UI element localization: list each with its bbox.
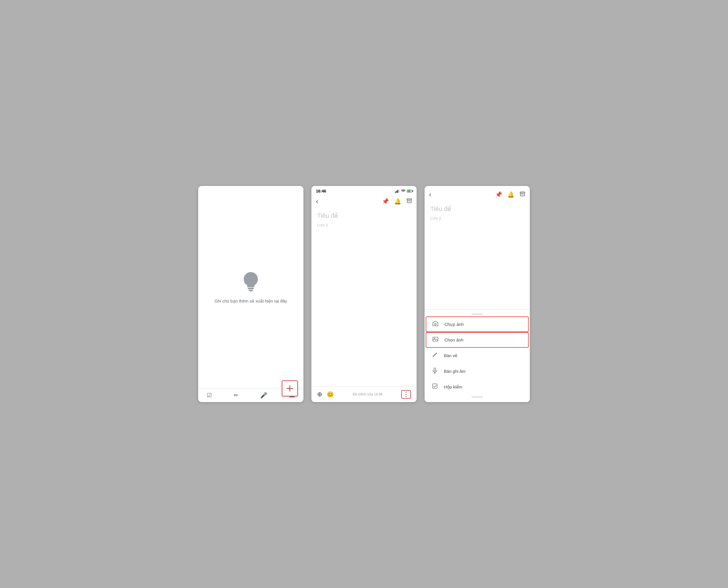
status-time: 16:46 bbox=[316, 189, 326, 193]
screen3-bell-icon[interactable]: 🔔 bbox=[507, 191, 515, 198]
bell-icon[interactable]: 🔔 bbox=[394, 198, 401, 205]
svg-rect-9 bbox=[407, 199, 412, 200]
checkbox-menu-icon bbox=[431, 383, 438, 391]
status-bar: 16:46 bbox=[311, 186, 417, 195]
screen3-pin-icon[interactable]: 📌 bbox=[495, 191, 502, 198]
battery-icon bbox=[407, 190, 412, 192]
menu-item-ban-ve[interactable]: Bàn vẽ bbox=[424, 348, 530, 363]
menu-label-ban-ve: Bàn vẽ bbox=[444, 353, 457, 358]
drag-handle bbox=[472, 314, 483, 315]
add-icon[interactable]: ⊕ bbox=[317, 391, 322, 398]
fab-button[interactable] bbox=[282, 380, 298, 396]
menu-item-ban-ghi-am[interactable]: Bàn ghi âm bbox=[424, 363, 530, 379]
wifi-icon bbox=[401, 189, 405, 193]
screen1: Ghi chú bạn thêm sẽ xuất hiện tại đây ☑ … bbox=[198, 186, 304, 402]
svg-rect-6 bbox=[396, 191, 397, 193]
mic-icon[interactable]: 🎤 bbox=[260, 392, 267, 399]
svg-rect-10 bbox=[520, 192, 525, 193]
camera-icon bbox=[432, 320, 439, 328]
menu-item-chon-anh[interactable]: Chọn ảnh bbox=[426, 332, 529, 348]
svg-rect-14 bbox=[434, 368, 436, 371]
archive-icon[interactable] bbox=[407, 198, 412, 205]
screen2-body: Tiêu đề Lưu ý bbox=[311, 208, 417, 386]
record-icon bbox=[431, 368, 438, 375]
note-title[interactable]: Tiêu đề bbox=[317, 212, 411, 219]
screen2: 16:46 bbox=[311, 186, 417, 402]
smiley-icon[interactable]: 😊 bbox=[327, 391, 334, 398]
menu-label-chon-anh: Chọn ảnh bbox=[444, 337, 463, 343]
status-icons bbox=[395, 189, 412, 193]
screen3-header: ‹ 📌 🔔 bbox=[424, 186, 530, 201]
bottom-handle bbox=[472, 396, 483, 398]
screen1-body: Ghi chú bạn thêm sẽ xuất hiện tại đây bbox=[198, 186, 304, 388]
more-button[interactable]: ⋮ bbox=[401, 390, 411, 399]
draw-icon bbox=[431, 352, 438, 359]
screen3-back-icon[interactable]: ‹ bbox=[429, 190, 431, 198]
screen1-bottom: ☑ ✏ 🎤 🖼 bbox=[198, 388, 304, 402]
svg-rect-12 bbox=[433, 337, 438, 341]
svg-rect-0 bbox=[248, 288, 254, 289]
screen3-header-actions: 📌 🔔 bbox=[495, 191, 525, 198]
pin-icon[interactable]: 📌 bbox=[382, 198, 389, 205]
timestamp: Đã chỉnh sửa 16:46 bbox=[338, 392, 397, 396]
screen2-bottom: ⊕ 😊 Đã chỉnh sửa 16:46 ⋮ bbox=[311, 386, 417, 402]
svg-rect-7 bbox=[397, 190, 398, 193]
screen3-note-title[interactable]: Tiêu đề bbox=[430, 205, 524, 213]
screen2-header: ‹ 📌 🔔 bbox=[311, 195, 417, 208]
screen3-archive-icon[interactable] bbox=[520, 191, 525, 198]
menu-label-chup-anh: Chụp ảnh bbox=[444, 322, 463, 327]
empty-text: Ghi chú bạn thêm sẽ xuất hiện tại đây bbox=[214, 298, 287, 304]
note-body[interactable]: Lưu ý bbox=[317, 222, 411, 228]
screen3-note-body[interactable]: Lưu ý bbox=[430, 215, 524, 220]
screen3: ‹ 📌 🔔 Tiêu đề Lưu ý bbox=[424, 186, 530, 402]
svg-rect-5 bbox=[395, 192, 396, 193]
back-icon[interactable]: ‹ bbox=[316, 197, 318, 205]
lightbulb-icon bbox=[240, 270, 262, 292]
checkbox-icon[interactable]: ☑ bbox=[207, 392, 212, 399]
svg-rect-8 bbox=[398, 189, 399, 193]
signal-icon bbox=[395, 189, 399, 193]
screenshots-container: Ghi chú bạn thêm sẽ xuất hiện tại đây ☑ … bbox=[198, 186, 530, 402]
pencil-icon[interactable]: ✏ bbox=[234, 392, 238, 399]
menu-item-chup-anh[interactable]: Chụp ảnh bbox=[426, 316, 529, 332]
screen2-header-actions: 📌 🔔 bbox=[382, 198, 412, 205]
menu-label-hop-kiem: Hộp kiểm bbox=[444, 384, 462, 390]
gallery-icon bbox=[432, 336, 439, 344]
menu-label-ban-ghi-am: Bàn ghi âm bbox=[444, 369, 465, 374]
fab-plus-icon bbox=[286, 384, 294, 392]
context-menu: Chụp ảnh Chọn ảnh bbox=[424, 309, 530, 402]
menu-item-hop-kiem[interactable]: Hộp kiểm bbox=[424, 379, 530, 395]
svg-point-11 bbox=[435, 323, 436, 325]
